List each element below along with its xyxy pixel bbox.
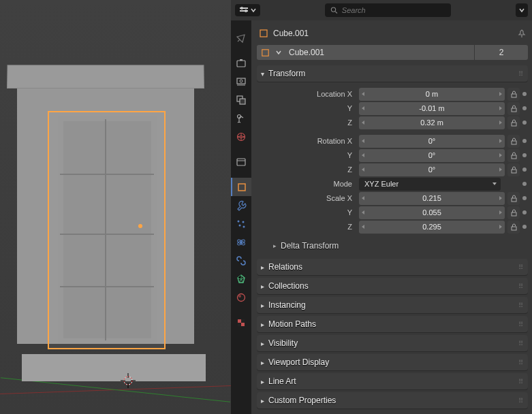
drag-handle-icon[interactable]: ⠿ (518, 359, 524, 366)
drag-handle-icon[interactable]: ⠿ (518, 378, 524, 385)
tab-physics[interactable] (231, 233, 251, 251)
drag-handle-icon[interactable]: ⠿ (518, 283, 524, 290)
svg-point-26 (240, 241, 242, 244)
tab-render[interactable] (231, 54, 251, 72)
svg-rect-37 (512, 94, 516, 97)
drag-handle-icon[interactable]: ⠿ (518, 321, 524, 328)
rotation-x-label: Rotation X (266, 137, 356, 145)
svg-rect-21 (238, 184, 245, 191)
rotation-y-field[interactable]: 0° (359, 149, 505, 162)
section-custom-properties[interactable]: ▸ Custom Properties ⠿ (257, 392, 528, 409)
section-motion-paths[interactable]: ▸ Motion Paths ⠿ (257, 316, 528, 332)
keyframe-dot[interactable] (522, 196, 527, 200)
svg-rect-39 (512, 123, 516, 126)
tab-material[interactable] (231, 288, 251, 306)
options-dropdown[interactable] (516, 3, 528, 17)
lock-scale-x[interactable] (507, 192, 520, 205)
svg-rect-45 (512, 227, 516, 230)
tab-scene[interactable] (231, 109, 251, 127)
keyframe-dot[interactable] (522, 121, 527, 125)
properties-tab-strip (231, 20, 251, 414)
tab-view-layer[interactable] (231, 91, 251, 109)
tab-collection[interactable] (231, 153, 251, 171)
svg-rect-40 (512, 141, 516, 144)
panel-header (231, 0, 532, 20)
drag-handle-icon[interactable]: ⠿ (518, 340, 524, 347)
section-transform[interactable]: ▾ Transform ⠿ (257, 65, 528, 82)
section-viewport-display[interactable]: ▸ Viewport Display ⠿ (257, 354, 528, 370)
lock-scale-z[interactable] (507, 221, 520, 234)
keyframe-dot[interactable] (522, 139, 527, 143)
svg-rect-31 (238, 319, 241, 323)
drag-handle-icon[interactable]: ⠿ (518, 70, 524, 78)
lock-location-x[interactable] (507, 88, 520, 101)
lock-rotation-x[interactable] (507, 135, 520, 148)
chevron-down-icon (251, 7, 256, 13)
search-input[interactable] (325, 3, 451, 17)
location-y-field[interactable]: -0.01 m (359, 102, 505, 115)
drag-handle-icon[interactable]: ⠿ (518, 397, 524, 404)
browse-data-dropdown[interactable] (274, 45, 283, 60)
pin-icon[interactable] (517, 29, 527, 38)
section-instancing[interactable]: ▸ Instancing ⠿ (257, 297, 528, 313)
users-count[interactable]: 2 (475, 45, 528, 60)
mesh-cabinet[interactable] (7, 65, 204, 357)
svg-rect-35 (260, 30, 267, 37)
chevron-down-icon (519, 7, 525, 13)
drag-handle-icon[interactable]: ⠿ (518, 302, 524, 309)
tab-data[interactable] (231, 270, 251, 288)
properties-icon (239, 5, 249, 15)
scale-z-field[interactable]: 0.295 (359, 221, 505, 234)
tab-tool[interactable] (231, 29, 251, 47)
lock-rotation-z[interactable] (507, 163, 520, 176)
svg-rect-38 (512, 108, 516, 112)
section-visibility[interactable]: ▸ Visibility ⠿ (257, 335, 528, 351)
keyframe-dot[interactable] (522, 225, 527, 229)
rotation-mode-dropdown[interactable]: XYZ Euler (359, 178, 501, 191)
chevron-right-icon: ▸ (261, 340, 264, 347)
object-name-field[interactable]: Cube.001 (283, 45, 474, 60)
tab-world[interactable] (231, 127, 251, 146)
chevron-down-icon: ▾ (261, 70, 264, 78)
scale-x-field[interactable]: 0.215 (359, 192, 505, 205)
location-x-field[interactable]: 0 m (359, 88, 505, 101)
scale-y-field[interactable]: 0.055 (359, 206, 505, 219)
section-delta-transform[interactable]: ▸ Delta Transform (266, 238, 527, 253)
rotation-x-field[interactable]: 0° (359, 135, 505, 148)
keyframe-dot[interactable] (522, 182, 527, 186)
tab-constraints[interactable] (231, 251, 251, 270)
keyframe-dot[interactable] (522, 153, 527, 157)
viewport-3d[interactable] (0, 0, 231, 414)
section-collections[interactable]: ▸ Collections ⠿ (257, 278, 528, 294)
lock-scale-y[interactable] (507, 206, 520, 219)
svg-point-9 (245, 10, 247, 12)
svg-point-25 (243, 225, 245, 227)
rotation-z-label: Z (266, 165, 356, 174)
location-z-field[interactable]: 0.32 m (359, 116, 505, 129)
keyframe-dot[interactable] (522, 106, 527, 110)
section-relations[interactable]: ▸ Relations ⠿ (257, 259, 528, 275)
tab-object[interactable] (231, 178, 251, 196)
svg-rect-20 (237, 159, 245, 165)
tab-particles[interactable] (231, 214, 251, 233)
svg-rect-34 (241, 323, 245, 326)
chevron-right-icon: ▸ (261, 359, 264, 366)
lock-location-y[interactable] (507, 102, 520, 115)
section-line-art[interactable]: ▸ Line Art ⠿ (257, 373, 528, 389)
rotation-z-field[interactable]: 0° (359, 163, 505, 176)
drag-handle-icon[interactable]: ⠿ (518, 264, 524, 271)
editor-type-selector[interactable] (235, 4, 260, 16)
keyframe-dot[interactable] (522, 92, 527, 96)
tab-output[interactable] (231, 72, 251, 91)
tab-modifiers[interactable] (231, 196, 251, 214)
lock-rotation-y[interactable] (507, 149, 520, 162)
search-icon (330, 6, 338, 14)
keyframe-dot[interactable] (522, 168, 527, 172)
chevron-right-icon: ▸ (261, 264, 264, 271)
svg-point-30 (238, 295, 241, 298)
data-icon[interactable] (257, 45, 274, 60)
lock-location-z[interactable] (507, 116, 520, 129)
svg-line-11 (335, 12, 337, 14)
tab-texture[interactable] (231, 313, 251, 332)
keyframe-dot[interactable] (522, 210, 527, 214)
